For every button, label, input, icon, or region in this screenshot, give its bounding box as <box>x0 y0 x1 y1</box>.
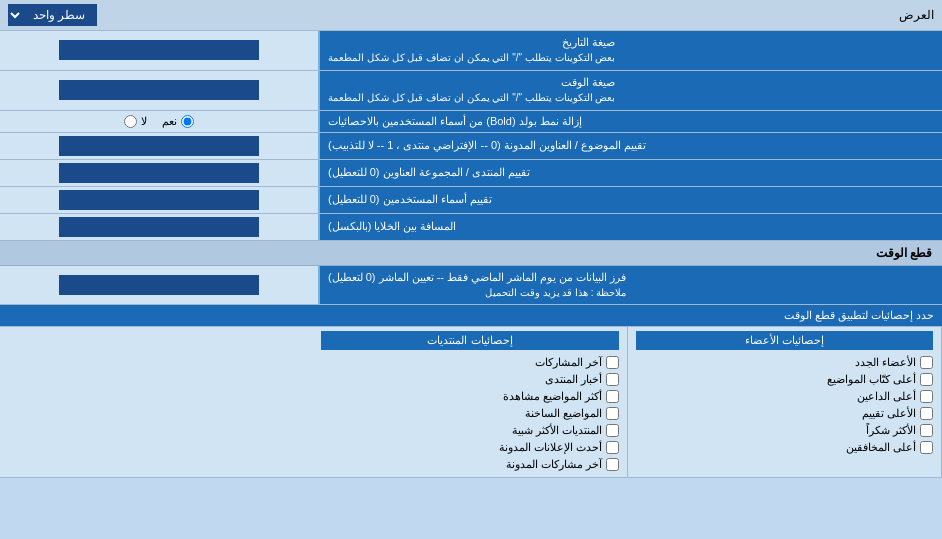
top-topics-writers-checkbox[interactable] <box>920 373 933 386</box>
stats-section: حدد إحصائيات لتطبيق قطع الوقت إحصائيات ا… <box>0 305 942 478</box>
display-select[interactable]: سطر واحدسطرينثلاثة أسطر <box>8 4 97 26</box>
forum-news-checkbox[interactable] <box>606 373 619 386</box>
bold-remove-no[interactable]: لا <box>124 115 147 128</box>
most-thanked-label: الأكثر شكراً <box>866 424 916 437</box>
bold-remove-yes[interactable]: نعم <box>162 115 194 128</box>
hot-topics-label: المواضيع الساخنة <box>525 407 602 420</box>
time-format-input-container: H:i <box>0 71 320 110</box>
bold-remove-no-label: لا <box>141 115 147 128</box>
checkbox-top-inviters: أعلى الداعين <box>636 388 933 405</box>
stats-header-label: حدد إحصائيات لتطبيق قطع الوقت <box>0 305 942 326</box>
checkbox-latest-blog-posts: آخر مشاركات المدونة <box>321 456 618 473</box>
forum-stats-header: إحصائيات المنتديات <box>321 331 618 350</box>
latest-announcements-label: أحدث الإعلانات المدونة <box>499 441 602 454</box>
topics-sort-row: تقييم الموضوع / العناوين المدونة (0 -- ا… <box>0 133 942 160</box>
date-format-input-container: d-m <box>0 31 320 70</box>
most-thanked-checkbox[interactable] <box>920 424 933 437</box>
checkbox-top-rated: الأعلى تقييم <box>636 405 933 422</box>
top-moderators-checkbox[interactable] <box>920 441 933 454</box>
time-cut-label: فرز البيانات من يوم الماشر الماضي فقط --… <box>320 266 942 305</box>
top-moderators-label: أعلى المخافقين <box>846 441 916 454</box>
bold-remove-label: إزالة نمط بولد (Bold) من أسماء المستخدمي… <box>320 111 942 132</box>
latest-posts-checkbox[interactable] <box>606 356 619 369</box>
latest-announcements-checkbox[interactable] <box>606 441 619 454</box>
similar-forums-checkbox[interactable] <box>606 424 619 437</box>
bold-remove-no-radio[interactable] <box>124 115 137 128</box>
checkboxes-area: إحصائيات الأعضاء الأعضاء الجدد أعلى كتّا… <box>0 327 942 477</box>
checkbox-most-thanked: الأكثر شكراً <box>636 422 933 439</box>
time-section-header: قطع الوقت <box>0 241 942 266</box>
checkbox-similar-forums: المنتديات الأكثر شبية <box>321 422 618 439</box>
main-container: العرض سطر واحدسطرينثلاثة أسطر صيغة التار… <box>0 0 942 478</box>
checkbox-hot-topics: المواضيع الساخنة <box>321 405 618 422</box>
topics-sort-input-container: 33 <box>0 133 320 159</box>
topics-sort-label: تقييم الموضوع / العناوين المدونة (0 -- ا… <box>320 133 942 159</box>
top-rated-checkbox[interactable] <box>920 407 933 420</box>
bold-remove-row: إزالة نمط بولد (Bold) من أسماء المستخدمي… <box>0 111 942 133</box>
date-format-label: صيغة التاريخبعض التكوينات يتطلب "/" التي… <box>320 31 942 70</box>
top-inviters-label: أعلى الداعين <box>857 390 916 403</box>
new-members-label: الأعضاء الجدد <box>855 356 916 369</box>
time-cut-input-container: 0 <box>0 266 320 305</box>
members-stats-col: إحصائيات الأعضاء الأعضاء الجدد أعلى كتّا… <box>628 327 942 477</box>
forum-sort-row: تقييم المنتدى / المجموعة العناوين (0 للت… <box>0 160 942 187</box>
cell-spacing-row: المسافة بين الخلايا (بالبكسل) 2 <box>0 214 942 241</box>
time-cut-input[interactable]: 0 <box>59 275 259 295</box>
stats-header-row: حدد إحصائيات لتطبيق قطع الوقت <box>0 305 942 327</box>
forum-stats-col: إحصائيات المنتديات آخر المشاركات أخبار ا… <box>313 327 627 477</box>
cell-spacing-input[interactable]: 2 <box>59 217 259 237</box>
users-sort-row: تقييم أسماء المستخدمين (0 للتعطيل) 0 <box>0 187 942 214</box>
checkbox-forum-news: أخبار المنتدى <box>321 371 618 388</box>
hot-topics-checkbox[interactable] <box>606 407 619 420</box>
cell-spacing-input-container: 2 <box>0 214 320 240</box>
latest-blog-posts-checkbox[interactable] <box>606 458 619 471</box>
users-sort-label: تقييم أسماء المستخدمين (0 للتعطيل) <box>320 187 942 213</box>
members-stats-header: إحصائيات الأعضاء <box>636 331 933 350</box>
checkbox-latest-posts: آخر المشاركات <box>321 354 618 371</box>
empty-stats-col <box>0 327 313 477</box>
checkbox-top-moderators: أعلى المخافقين <box>636 439 933 456</box>
bold-remove-yes-label: نعم <box>162 115 177 128</box>
topics-sort-input[interactable]: 33 <box>59 136 259 156</box>
users-sort-input[interactable]: 0 <box>59 190 259 210</box>
time-format-row: صيغة الوقتبعض التكوينات يتطلب "/" التي ي… <box>0 71 942 111</box>
checkbox-new-members: الأعضاء الجدد <box>636 354 933 371</box>
forum-sort-input[interactable]: 33 <box>59 163 259 183</box>
cell-spacing-label: المسافة بين الخلايا (بالبكسل) <box>320 214 942 240</box>
checkbox-top-topics-writers: أعلى كتّاب المواضيع <box>636 371 933 388</box>
latest-posts-label: آخر المشاركات <box>535 356 602 369</box>
users-sort-input-container: 0 <box>0 187 320 213</box>
bold-remove-yes-radio[interactable] <box>181 115 194 128</box>
date-format-input[interactable]: d-m <box>59 40 259 60</box>
time-format-label: صيغة الوقتبعض التكوينات يتطلب "/" التي ي… <box>320 71 942 110</box>
forum-news-label: أخبار المنتدى <box>545 373 602 386</box>
new-members-checkbox[interactable] <box>920 356 933 369</box>
time-format-input[interactable]: H:i <box>59 80 259 100</box>
header-row: العرض سطر واحدسطرينثلاثة أسطر <box>0 0 942 31</box>
time-cut-row: فرز البيانات من يوم الماشر الماضي فقط --… <box>0 266 942 306</box>
checkbox-most-viewed: أكثر المواضيع مشاهدة <box>321 388 618 405</box>
bold-remove-input-container: نعم لا <box>0 111 320 132</box>
forum-sort-input-container: 33 <box>0 160 320 186</box>
most-viewed-checkbox[interactable] <box>606 390 619 403</box>
latest-blog-posts-label: آخر مشاركات المدونة <box>506 458 602 471</box>
display-label: العرض <box>899 8 934 22</box>
most-viewed-label: أكثر المواضيع مشاهدة <box>503 390 602 403</box>
date-format-row: صيغة التاريخبعض التكوينات يتطلب "/" التي… <box>0 31 942 71</box>
top-topics-writers-label: أعلى كتّاب المواضيع <box>827 373 916 386</box>
similar-forums-label: المنتديات الأكثر شبية <box>512 424 602 437</box>
checkbox-latest-announcements: أحدث الإعلانات المدونة <box>321 439 618 456</box>
top-inviters-checkbox[interactable] <box>920 390 933 403</box>
top-rated-label: الأعلى تقييم <box>862 407 916 420</box>
forum-sort-label: تقييم المنتدى / المجموعة العناوين (0 للت… <box>320 160 942 186</box>
